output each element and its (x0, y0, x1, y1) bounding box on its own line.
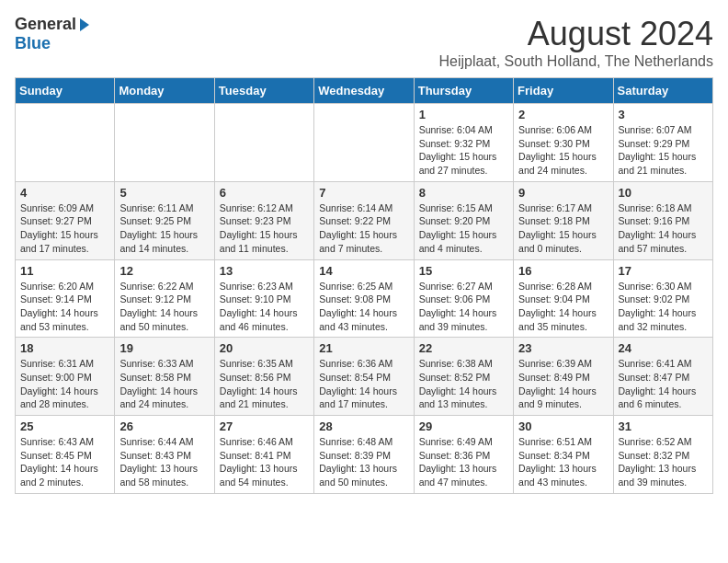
day-info: Sunrise: 6:20 AM Sunset: 9:14 PM Dayligh… (20, 280, 109, 334)
logo: General Blue (15, 15, 89, 53)
header-friday: Friday (514, 78, 613, 104)
day-number: 17 (619, 264, 708, 278)
calendar-cell: 14Sunrise: 6:25 AM Sunset: 9:08 PM Dayli… (314, 259, 414, 338)
calendar-week-row: 4Sunrise: 6:09 AM Sunset: 9:27 PM Daylig… (16, 181, 713, 259)
day-number: 31 (619, 419, 708, 433)
calendar-cell: 2Sunrise: 6:06 AM Sunset: 9:30 PM Daylig… (514, 104, 613, 182)
day-number: 7 (319, 186, 408, 200)
day-info: Sunrise: 6:44 AM Sunset: 8:43 PM Dayligh… (119, 435, 209, 489)
day-info: Sunrise: 6:31 AM Sunset: 9:00 PM Dayligh… (20, 357, 109, 411)
calendar-week-row: 18Sunrise: 6:31 AM Sunset: 9:00 PM Dayli… (16, 338, 713, 416)
day-number: 6 (220, 186, 309, 200)
header-wednesday: Wednesday (314, 78, 414, 104)
calendar-cell: 4Sunrise: 6:09 AM Sunset: 9:27 PM Daylig… (16, 181, 115, 259)
calendar-cell: 11Sunrise: 6:20 AM Sunset: 9:14 PM Dayli… (16, 259, 115, 338)
day-number: 25 (20, 419, 109, 433)
day-info: Sunrise: 6:18 AM Sunset: 9:16 PM Dayligh… (619, 201, 708, 256)
day-info: Sunrise: 6:12 AM Sunset: 9:23 PM Dayligh… (220, 201, 309, 256)
calendar-cell: 10Sunrise: 6:18 AM Sunset: 9:16 PM Dayli… (613, 181, 712, 259)
day-info: Sunrise: 6:14 AM Sunset: 9:22 PM Dayligh… (319, 201, 408, 256)
day-info: Sunrise: 6:30 AM Sunset: 9:02 PM Dayligh… (619, 280, 708, 334)
calendar-cell: 26Sunrise: 6:44 AM Sunset: 8:43 PM Dayli… (115, 416, 214, 494)
calendar-cell: 30Sunrise: 6:51 AM Sunset: 8:34 PM Dayli… (514, 416, 613, 494)
day-number: 16 (518, 264, 608, 278)
day-info: Sunrise: 6:25 AM Sunset: 9:08 PM Dayligh… (319, 280, 408, 334)
calendar-week-row: 25Sunrise: 6:43 AM Sunset: 8:45 PM Dayli… (16, 416, 713, 494)
day-info: Sunrise: 6:23 AM Sunset: 9:10 PM Dayligh… (220, 280, 309, 334)
day-number: 11 (20, 264, 109, 278)
calendar-cell: 25Sunrise: 6:43 AM Sunset: 8:45 PM Dayli… (16, 416, 115, 494)
day-info: Sunrise: 6:09 AM Sunset: 9:27 PM Dayligh… (20, 201, 109, 256)
calendar-cell: 18Sunrise: 6:31 AM Sunset: 9:00 PM Dayli… (16, 338, 115, 416)
day-info: Sunrise: 6:36 AM Sunset: 8:54 PM Dayligh… (319, 357, 408, 411)
day-number: 21 (319, 341, 408, 355)
day-info: Sunrise: 6:27 AM Sunset: 9:06 PM Dayligh… (419, 280, 508, 334)
calendar-cell: 6Sunrise: 6:12 AM Sunset: 9:23 PM Daylig… (214, 181, 313, 259)
month-year-title: August 2024 (438, 15, 713, 53)
calendar-cell: 7Sunrise: 6:14 AM Sunset: 9:22 PM Daylig… (314, 181, 414, 259)
calendar-header-row: SundayMondayTuesdayWednesdayThursdayFrid… (16, 78, 713, 104)
day-number: 2 (518, 108, 608, 121)
calendar-cell: 31Sunrise: 6:52 AM Sunset: 8:32 PM Dayli… (613, 416, 712, 494)
location-subtitle: Heijplaat, South Holland, The Netherland… (438, 53, 713, 70)
calendar-cell: 17Sunrise: 6:30 AM Sunset: 9:02 PM Dayli… (613, 259, 712, 338)
day-info: Sunrise: 6:51 AM Sunset: 8:34 PM Dayligh… (518, 435, 608, 489)
header-thursday: Thursday (414, 78, 513, 104)
day-number: 20 (220, 341, 309, 355)
header-tuesday: Tuesday (214, 78, 313, 104)
calendar-cell: 9Sunrise: 6:17 AM Sunset: 9:18 PM Daylig… (514, 181, 613, 259)
day-number: 13 (220, 264, 309, 278)
logo-general-text: General (15, 15, 76, 34)
day-info: Sunrise: 6:04 AM Sunset: 9:32 PM Dayligh… (419, 123, 508, 178)
calendar-cell (115, 104, 214, 182)
day-info: Sunrise: 6:49 AM Sunset: 8:36 PM Dayligh… (419, 435, 508, 489)
day-number: 8 (419, 186, 508, 200)
day-number: 26 (119, 419, 209, 433)
title-section: August 2024 Heijplaat, South Holland, Th… (438, 15, 713, 70)
day-number: 12 (119, 264, 209, 278)
day-number: 14 (319, 264, 408, 278)
calendar-cell (214, 104, 313, 182)
calendar-cell: 29Sunrise: 6:49 AM Sunset: 8:36 PM Dayli… (414, 416, 513, 494)
day-info: Sunrise: 6:41 AM Sunset: 8:47 PM Dayligh… (619, 357, 708, 411)
day-number: 29 (419, 419, 508, 433)
day-number: 24 (619, 341, 708, 355)
calendar-cell: 16Sunrise: 6:28 AM Sunset: 9:04 PM Dayli… (514, 259, 613, 338)
day-info: Sunrise: 6:52 AM Sunset: 8:32 PM Dayligh… (619, 435, 708, 489)
day-info: Sunrise: 6:38 AM Sunset: 8:52 PM Dayligh… (419, 357, 508, 411)
day-number: 15 (419, 264, 508, 278)
day-number: 4 (20, 186, 109, 200)
day-number: 27 (220, 419, 309, 433)
day-info: Sunrise: 6:43 AM Sunset: 8:45 PM Dayligh… (20, 435, 109, 489)
calendar-cell: 27Sunrise: 6:46 AM Sunset: 8:41 PM Dayli… (214, 416, 313, 494)
calendar-cell (16, 104, 115, 182)
calendar-cell: 13Sunrise: 6:23 AM Sunset: 9:10 PM Dayli… (214, 259, 313, 338)
day-info: Sunrise: 6:39 AM Sunset: 8:49 PM Dayligh… (518, 357, 608, 411)
day-info: Sunrise: 6:17 AM Sunset: 9:18 PM Dayligh… (518, 201, 608, 256)
day-info: Sunrise: 6:35 AM Sunset: 8:56 PM Dayligh… (220, 357, 309, 411)
day-number: 5 (119, 186, 209, 200)
calendar-cell: 21Sunrise: 6:36 AM Sunset: 8:54 PM Dayli… (314, 338, 414, 416)
calendar-cell (314, 104, 414, 182)
logo-blue-text: Blue (15, 34, 51, 53)
calendar-cell: 5Sunrise: 6:11 AM Sunset: 9:25 PM Daylig… (115, 181, 214, 259)
day-info: Sunrise: 6:22 AM Sunset: 9:12 PM Dayligh… (119, 280, 209, 334)
calendar-week-row: 11Sunrise: 6:20 AM Sunset: 9:14 PM Dayli… (16, 259, 713, 338)
calendar-cell: 1Sunrise: 6:04 AM Sunset: 9:32 PM Daylig… (414, 104, 513, 182)
day-number: 28 (319, 419, 408, 433)
calendar-cell: 23Sunrise: 6:39 AM Sunset: 8:49 PM Dayli… (514, 338, 613, 416)
day-number: 3 (619, 108, 708, 121)
calendar-cell: 8Sunrise: 6:15 AM Sunset: 9:20 PM Daylig… (414, 181, 513, 259)
header-sunday: Sunday (16, 78, 115, 104)
day-info: Sunrise: 6:15 AM Sunset: 9:20 PM Dayligh… (419, 201, 508, 256)
day-info: Sunrise: 6:11 AM Sunset: 9:25 PM Dayligh… (119, 201, 209, 256)
day-number: 9 (518, 186, 608, 200)
day-number: 30 (518, 419, 608, 433)
day-info: Sunrise: 6:06 AM Sunset: 9:30 PM Dayligh… (518, 123, 608, 178)
calendar-cell: 20Sunrise: 6:35 AM Sunset: 8:56 PM Dayli… (214, 338, 313, 416)
day-info: Sunrise: 6:28 AM Sunset: 9:04 PM Dayligh… (518, 280, 608, 334)
calendar-cell: 3Sunrise: 6:07 AM Sunset: 9:29 PM Daylig… (613, 104, 712, 182)
day-number: 19 (119, 341, 209, 355)
calendar-cell: 15Sunrise: 6:27 AM Sunset: 9:06 PM Dayli… (414, 259, 513, 338)
header-monday: Monday (115, 78, 214, 104)
